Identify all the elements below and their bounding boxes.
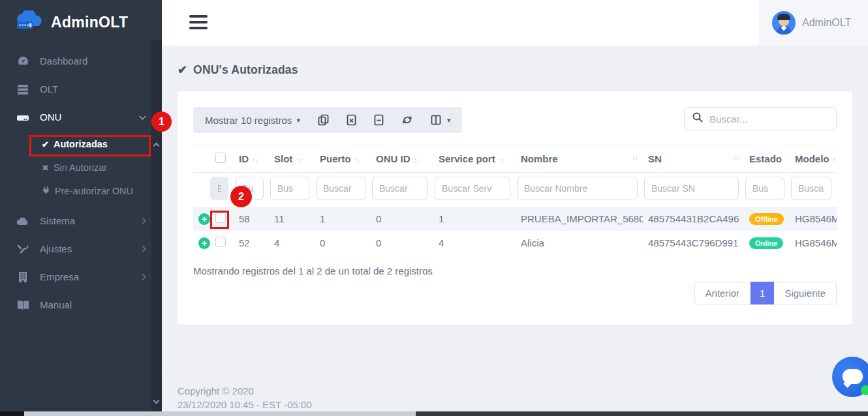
table-card: Mostrar 10 registros ▾ ▾: [178, 91, 852, 325]
sidebar-item-olt[interactable]: OLT: [0, 75, 162, 103]
sidebar-item-label: ONU: [40, 111, 61, 123]
expand-row-button[interactable]: +: [198, 237, 210, 249]
chat-button[interactable]: [832, 357, 868, 397]
server-icon: [16, 83, 30, 95]
filter-slot-input[interactable]: [270, 177, 309, 200]
col-slot[interactable]: Slot↑↓: [269, 145, 315, 173]
sort-icon[interactable]: ↑↓: [499, 156, 504, 164]
horizontal-scrollbar[interactable]: [0, 411, 868, 416]
book-icon: [16, 300, 30, 310]
filter-onu-id-input[interactable]: [372, 177, 428, 200]
sidebar-item-empresa[interactable]: Empresa: [0, 263, 162, 291]
page-number-button[interactable]: 1: [751, 282, 774, 305]
next-page-button[interactable]: Siguiente: [774, 282, 837, 305]
pagination: Anterior 1 Siguiente: [694, 282, 837, 305]
refresh-button[interactable]: [401, 114, 413, 126]
row-checkbox[interactable]: [215, 237, 226, 247]
filter-row: [193, 173, 837, 207]
plug-icon: [42, 186, 50, 196]
sidebar-item-ajustes[interactable]: Ajustes: [0, 235, 162, 263]
submenu-label: Autorizadas: [54, 139, 108, 149]
col-sn[interactable]: SN↑↓: [643, 145, 744, 173]
cell-slot: 4: [269, 231, 315, 255]
filter-modelo-input[interactable]: [791, 177, 831, 200]
chevron-right-icon: [140, 218, 146, 224]
filter-estado-input[interactable]: [745, 177, 784, 200]
filter-id-input[interactable]: [235, 177, 264, 200]
row-checkbox[interactable]: [215, 213, 226, 223]
col-service-port[interactable]: Service port↑↓: [433, 145, 516, 173]
sidebar-item-pre-autorizar[interactable]: Pre-autorizar ONU: [0, 179, 162, 203]
cell-onu-id: 0: [371, 207, 433, 231]
select-all-checkbox[interactable]: [215, 153, 226, 163]
scrollbar-thumb[interactable]: [24, 411, 416, 416]
filter-sn-input[interactable]: [644, 177, 739, 200]
sidebar-item-onu[interactable]: ONU: [0, 103, 162, 131]
show-entries-dropdown[interactable]: Mostrar 10 registros ▾: [205, 115, 300, 126]
sort-icon[interactable]: ↑↓: [833, 156, 837, 164]
cell-modelo: HG8546M: [790, 231, 837, 255]
table-summary: Mostrando registros del 1 al 2 de un tot…: [193, 265, 837, 276]
dashboard-icon: [16, 55, 30, 67]
main-content: ✔ ONU's Autorizadas Mostrar 10 registros…: [162, 46, 868, 416]
avatar: [772, 11, 796, 35]
online-indicator: [861, 385, 868, 395]
scroll-down-icon[interactable]: [154, 398, 159, 404]
sidebar-item-sin-autorizar[interactable]: ✖ Sin Autorizar: [0, 156, 162, 179]
filter-puerto-input[interactable]: [316, 177, 365, 200]
onu-table: ID↑↓ Slot↑↓ Puerto↑↓ ONU ID↑↓ Service po…: [193, 145, 837, 255]
cell-nombre: Alicia: [516, 231, 643, 255]
hamburger-menu-icon[interactable]: [189, 15, 208, 33]
x-icon: ✖: [42, 163, 49, 173]
sort-icon[interactable]: ↑↓: [414, 156, 420, 164]
cell-modelo: HG8546M: [790, 207, 837, 231]
export-excel-button[interactable]: [347, 114, 356, 126]
sort-icon[interactable]: ↑↓: [354, 156, 360, 164]
col-modelo[interactable]: Modelo↑↓: [790, 145, 837, 173]
col-onu-id[interactable]: ONU ID↑↓: [371, 145, 433, 173]
sidebar-item-autorizadas[interactable]: ✔ Autorizadas: [0, 132, 162, 156]
sort-icon[interactable]: ↑↓: [632, 153, 638, 161]
sidebar-scrollbar[interactable]: [151, 40, 162, 411]
col-estado[interactable]: Estado: [744, 145, 790, 173]
footer: Copyright © 2020 23/12/2020 10:45 - EST …: [162, 372, 868, 411]
sidebar-item-manual[interactable]: Manual: [0, 291, 162, 319]
table-search: [684, 107, 837, 130]
previous-page-button[interactable]: Anterior: [694, 282, 751, 305]
copy-button[interactable]: [318, 114, 329, 126]
sort-icon[interactable]: ↑↓: [296, 156, 302, 164]
sort-icon[interactable]: ↑↓: [733, 153, 739, 161]
search-input[interactable]: [709, 113, 839, 125]
column-visibility-button[interactable]: ▾: [431, 115, 451, 126]
cell-id: 58: [234, 207, 269, 231]
chevron-down-icon: [140, 113, 146, 119]
check-icon: ✔: [42, 140, 49, 149]
sort-icon[interactable]: ↑↓: [252, 156, 258, 164]
sidebar-item-label: Dashboard: [40, 55, 87, 67]
sidebar-item-sistema[interactable]: Sistema: [0, 207, 162, 235]
brand-logo-icon: [14, 10, 44, 34]
user-menu[interactable]: AdminOLT: [759, 0, 868, 46]
sidebar-item-label: Manual: [40, 299, 72, 310]
chevron-right-icon: [140, 246, 146, 252]
col-puerto[interactable]: Puerto↑↓: [315, 145, 371, 173]
copyright-text: Copyright © 2020: [178, 384, 852, 398]
expand-row-button[interactable]: +: [198, 213, 210, 225]
submenu-label: Sin Autorizar: [54, 162, 107, 173]
status-badge: Online: [749, 237, 783, 249]
sidebar-item-label: Sistema: [40, 215, 75, 226]
cell-nombre: PRUEBA_IMPORTAR_5680: [516, 207, 643, 231]
sidebar-item-dashboard[interactable]: Dashboard: [0, 47, 162, 75]
filter-service-port-input[interactable]: [435, 177, 510, 200]
caret-down-icon: ▾: [447, 116, 451, 125]
user-name: AdminOLT: [802, 17, 851, 29]
cell-sn: 48575443C796D991: [643, 231, 744, 255]
col-id[interactable]: ID↑↓: [234, 145, 269, 173]
scroll-up-icon[interactable]: [154, 143, 159, 149]
brand[interactable]: AdminOLT: [0, 0, 162, 43]
cell-sn: 485754431B2CA496: [643, 207, 744, 231]
cell-id: 52: [234, 231, 269, 255]
col-nombre[interactable]: Nombre↑↓: [516, 145, 643, 173]
export-file-button[interactable]: [374, 114, 384, 126]
filter-nombre-input[interactable]: [517, 177, 638, 200]
